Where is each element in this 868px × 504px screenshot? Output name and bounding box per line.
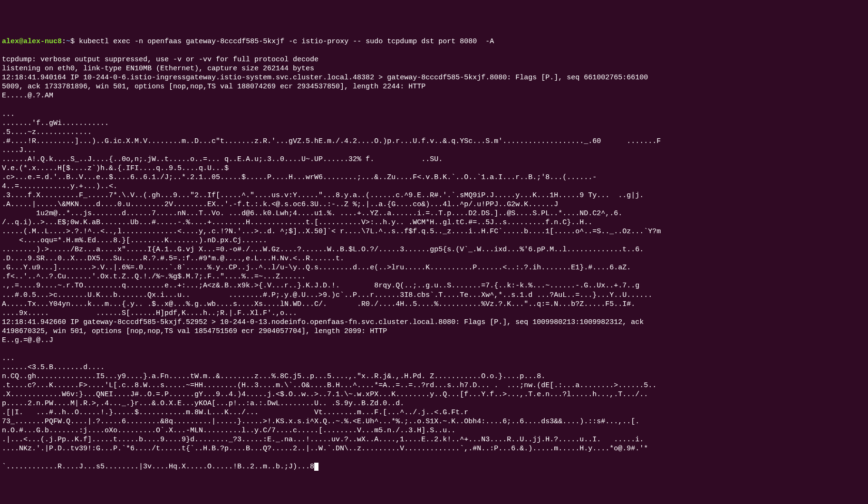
terminal-output-line: ........).>...../Bz...a....x".....I{A.1.… <box>2 245 866 254</box>
terminal-output-line: ...#.0.5...>c.......U.K...b.......Qx.i..… <box>2 291 866 300</box>
terminal-output-line: E..g.=@.@..J <box>2 336 866 345</box>
terminal-output-line: ... <box>2 110 866 119</box>
terminal-output-line: E.....@.?.AM <box>2 91 866 100</box>
terminal-output-line <box>2 101 866 110</box>
terminal-output-line: ......A!.Q.k....S_..J....{..0o,n;.jW..t.… <box>2 155 866 164</box>
terminal-output-line: ....NKz.'.|P.D..tv39!:G...P.`*6..../t...… <box>2 444 866 453</box>
terminal-output-line: .....(.M..L....>.?.!^..<..,l............… <box>2 227 866 236</box>
terminal-output-line: 4198670325, win 501, options [nop,nop,TS… <box>2 327 866 336</box>
terminal-output-line: V.e.(*.x.....H[$....z`)h.&.{.IFI....q..9… <box>2 164 866 173</box>
terminal-output-line: /..q.i)..>...E$;0w.K.aB.......Ub...#....… <box>2 218 866 227</box>
prompt-user-host: alex@alex-nuc8 <box>2 38 62 46</box>
terminal-output-line: .#....!R.........]...)..G.ic.X.M.V......… <box>2 137 866 146</box>
terminal-output-line <box>2 345 866 354</box>
terminal-output-line: .[|I. ...#..h..O.....!.}.....$..........… <box>2 408 866 417</box>
terminal-output-line: 12:18:41.942660 IP gateway-8cccdf585-5kx… <box>2 318 866 327</box>
terminal-output-line: 1u2m@..*...js.......d......7.....nN...T.… <box>2 209 866 218</box>
terminal-output-line: ....9x..... ......S[......H]pdf,K....h..… <box>2 309 866 318</box>
terminal-output-line: .f<..'..^..?.Cu......'.Ox.t.Z..Q.!./%~.%… <box>2 272 866 281</box>
terminal-output: tcpdump: verbose output suppressed, use … <box>2 55 866 453</box>
terminal-output-line: .......'f..gWi........... <box>2 119 866 128</box>
terminal-output-line: .|...<...(.j.Pp..K.f].....t.....b....9..… <box>2 435 866 444</box>
terminal-output-line: listening on eth0, link-type EN10MB (Eth… <box>2 64 866 73</box>
terminal-output-line: ......<3.5.B.......d.... <box>2 363 866 372</box>
terminal-output-line: 4..=............y.+...)..<. <box>2 182 866 191</box>
terminal-output-line: 12:18:41.940164 IP 10-244-0-6.istio-ingr… <box>2 73 866 82</box>
terminal-output-line: ....J... <box>2 146 866 155</box>
terminal-output-line: .t....c?...K......F>....'L[.c..8.W...s..… <box>2 381 866 390</box>
terminal-output-line: n.O.#...G.b.......:j....oXo.........O`.X… <box>2 426 866 435</box>
terminal-output-line: .5....~z............. <box>2 128 866 137</box>
terminal-output-last: `............R....J...s5........|3v....H… <box>2 463 314 471</box>
terminal-output-line: A.....Tx...Y04yn....k...m...{.y.. .$..x@… <box>2 300 866 309</box>
terminal-output-line: .3....f.X.........F_.....7*.\.V..(.gh...… <box>2 191 866 200</box>
terminal-output-line: 5009, ack 1733781896, win 501, options [… <box>2 82 866 91</box>
terminal-output-line: .G...Y.u9...]........>.V..|.6%=.0......`… <box>2 263 866 272</box>
terminal-output-line: .c>...e.=.d.'..B..V...e..$....6..6.1./J;… <box>2 173 866 182</box>
terminal-output-line: .A.....|.....\&MKN....d....0.u........2V… <box>2 200 866 209</box>
terminal-output-line: p.....2.n.PW....M|.R.>,.4..._.}r...&.O.X… <box>2 399 866 408</box>
terminal-output-line: 73_.......PQFW.Q....|.?.....6........&8q… <box>2 417 866 426</box>
prompt-path: ~ <box>66 38 70 46</box>
command-input[interactable]: kubectl exec -n openfaas gateway-8cccdf5… <box>79 38 494 46</box>
terminal-output-line: .X............W6v:}...QNEI....J#..O.=.P.… <box>2 390 866 399</box>
terminal-output-line: ... <box>2 354 866 363</box>
prompt-separator: : <box>62 38 66 46</box>
prompt-dollar: $ <box>70 38 79 46</box>
terminal-output-line: tcpdump: verbose output suppressed, use … <box>2 55 866 64</box>
terminal-cursor <box>314 463 318 471</box>
terminal-output-line: .D....9.SR...0..X...DX5...Su.....R.?.#.5… <box>2 254 866 263</box>
terminal-output-line: n.CQ..gh..............I5...y9....}.a.Fn.… <box>2 372 866 381</box>
terminal-output-line: .,.=....9....~.r.TO.........q.........e.… <box>2 281 866 290</box>
terminal-output-line: <....oqu=*.H.m%.Ed....8.}[........K.....… <box>2 236 866 245</box>
